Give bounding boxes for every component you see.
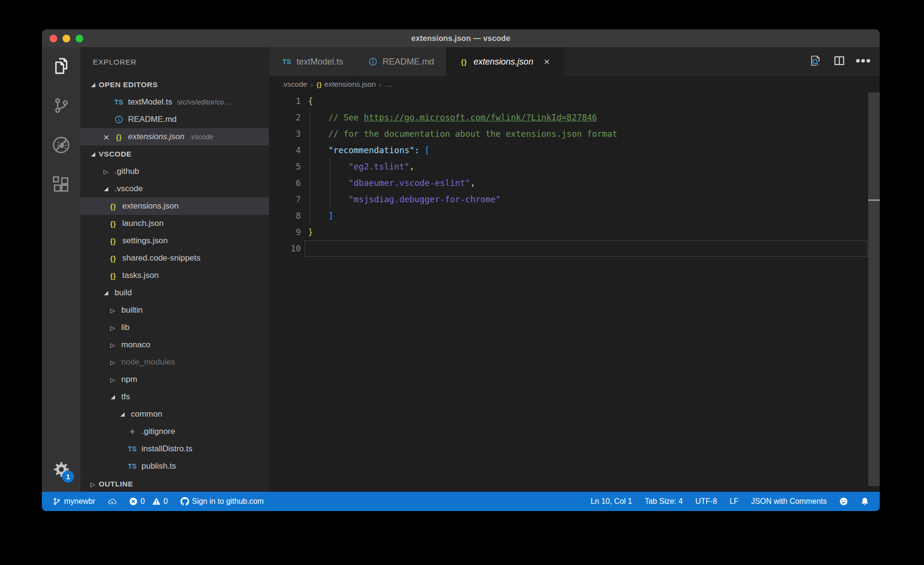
tree-item-monaco[interactable]: monaco [80,336,269,354]
code-line-10: 10 [269,240,880,257]
file-description: src/vs/editor/co… [177,98,231,106]
chevron-right-icon: › [379,80,382,89]
line-content: // See https://go.microsoft.com/fwlink/?… [308,109,597,126]
activity-source-control[interactable] [42,87,80,126]
status-encoding[interactable]: UTF-8 [695,497,717,506]
tab-label: extensions.json [474,57,533,67]
status-bar: mynewbr00Sign in to github.com Ln 10, Co… [42,492,880,511]
status-problems[interactable]: 00 [129,497,168,506]
status-github-signin[interactable]: Sign in to github.com [180,497,264,506]
status-publish-changes[interactable] [108,497,116,506]
open-preview-button[interactable] [807,53,824,70]
open-editor-textModel.ts[interactable]: TStextModel.tssrc/vs/editor/co… [80,93,269,111]
status-cursor-position[interactable]: Ln 10, Col 1 [590,497,632,506]
breadcrumb-label: .vscode [282,80,307,89]
twistie-expanded-icon [107,395,118,399]
tree-item-builtin[interactable]: builtin [80,302,269,319]
tab-textModel.ts[interactable]: TStextModel.ts [269,47,355,76]
file-label: extensions.json [128,132,184,142]
code-line-2: 2 // See https://go.microsoft.com/fwlink… [269,109,880,126]
code-lines: 1{2 // See https://go.microsoft.com/fwli… [269,93,880,257]
titlebar[interactable]: extensions.json — vscode [42,29,880,47]
github-icon [180,497,189,506]
tree-item-installDistro.ts[interactable]: TSinstallDistro.ts [80,440,269,458]
info-icon [113,114,125,125]
status-feedback[interactable] [839,497,848,506]
section-open-editors[interactable]: OPEN EDITORS [80,76,269,93]
line-number: 10 [269,240,301,257]
line-number: 3 [269,126,301,142]
tree-item-.gitignore[interactable]: .gitignore [80,423,269,440]
line-number: 5 [269,158,301,175]
file-label: shared.code-snippets [122,253,201,263]
tree-item-settings.json[interactable]: {}settings.json [80,232,269,250]
tree-item-node_modules[interactable]: node_modules [80,354,269,371]
code-line-8: 8 ] [269,208,880,224]
more-actions-button[interactable]: ••• [855,53,872,70]
editor[interactable]: 1{2 // See https://go.microsoft.com/fwli… [269,92,880,492]
status-git-branch[interactable]: mynewbr [52,497,95,506]
tree-item-.github[interactable]: .github [80,163,269,180]
open-editor-README.md[interactable]: README.md [80,111,269,128]
bell-icon [860,497,869,506]
manage-gear[interactable]: 1 [42,451,80,489]
cloud-upload-icon [108,497,116,506]
section-vscode[interactable]: VSCODE [80,145,269,163]
breadcrumb-item-extensions.json[interactable]: {}extensions.json [316,80,375,89]
explorer-sidebar: EXPLORER OPEN EDITORS TStextModel.tssrc/… [80,47,269,492]
line-number: 1 [269,93,301,109]
line-content: "dbaeumer.vscode-eslint", [308,175,475,191]
settings-badge: 1 [62,471,74,483]
status-label: JSON with Comments [751,497,827,506]
twistie-collapsed-icon [107,307,118,314]
tab-extensions.json[interactable]: {}extensions.json× [446,47,564,76]
tree-item-.vscode[interactable]: .vscode [80,180,269,197]
tree-item-publish.ts[interactable]: TSpublish.ts [80,458,269,475]
activity-debug[interactable] [42,126,80,166]
tab-README.md[interactable]: README.md [355,47,446,76]
breadcrumb-item-…[interactable]: … [385,80,393,89]
tree-item-common[interactable]: common [80,406,269,423]
editor-scrollbar[interactable] [868,92,880,486]
minimize-button[interactable] [63,35,70,42]
activity-explorer[interactable] [42,47,80,87]
tab-label: textModel.ts [296,57,343,67]
activity-extensions[interactable] [42,166,80,205]
tree-item-tfs[interactable]: tfs [80,388,269,406]
tree-item-tasks.json[interactable]: {}tasks.json [80,267,269,284]
code-line-9: 9} [269,224,880,240]
close-icon[interactable]: × [100,132,113,142]
tree-item-build[interactable]: build [80,284,269,302]
status-count: 0 [141,497,145,506]
tree-item-launch.json[interactable]: {}launch.json [80,215,269,232]
line-content: "eg2.tslint", [308,158,414,175]
file-label: build [115,288,132,298]
status-tab-size[interactable]: Tab Size: 4 [644,497,682,506]
tree-item-lib[interactable]: lib [80,319,269,336]
explorer-icon [51,56,71,78]
status-label: LF [730,497,739,506]
twistie-expanded-icon [87,83,99,87]
status-notifications[interactable] [860,497,869,506]
split-editor-button[interactable] [831,53,848,70]
current-line-highlight [305,240,867,257]
line-content: ] [308,208,334,224]
line-number: 7 [269,191,301,208]
zoom-button[interactable] [76,35,83,42]
tree-item-extensions.json[interactable]: {}extensions.json [80,197,269,215]
tree-item-npm[interactable]: npm [80,371,269,388]
close-icon[interactable]: × [541,56,552,67]
close-button[interactable] [50,35,57,42]
tree-item-shared.code-snippets[interactable]: {}shared.code-snippets [80,250,269,267]
status-eol[interactable]: LF [730,497,739,506]
status-language-mode[interactable]: JSON with Comments [751,497,827,506]
file-label: extensions.json [122,201,179,211]
split-editor-icon [833,54,846,69]
line-content: // for the documentation about the exten… [308,126,617,142]
twistie-collapsed-icon [100,168,112,175]
section-label: VSCODE [99,150,131,158]
breadcrumb-item-.vscode[interactable]: .vscode [282,80,307,89]
section-outline[interactable]: OUTLINE [80,475,269,492]
activity-bottom: 1 [42,451,80,489]
open-editor-extensions.json[interactable]: ×{}extensions.json.vscode [80,128,269,145]
